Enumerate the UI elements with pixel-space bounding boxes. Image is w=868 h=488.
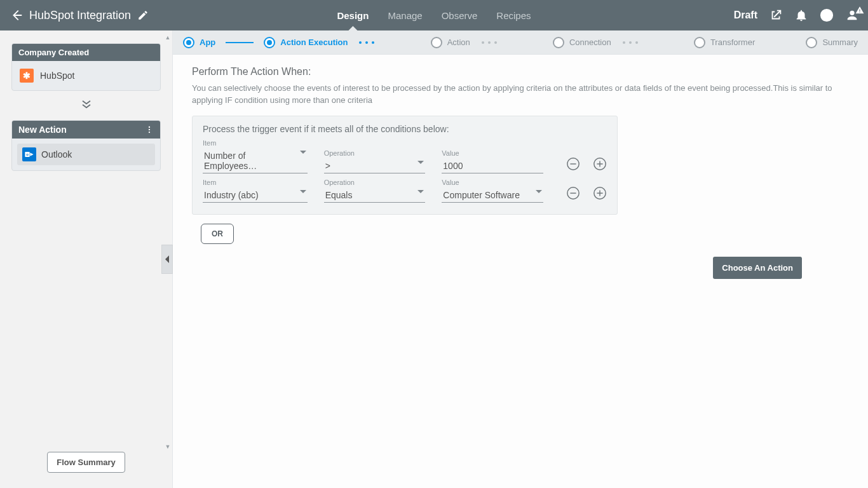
page-title: HubSpot Integration <box>29 9 131 22</box>
help-icon[interactable] <box>820 8 834 22</box>
sidebar-scroll-indicator: ▲▼ <box>165 34 171 450</box>
hubspot-icon: ✱ <box>20 69 34 83</box>
trigger-card-title: Company Created <box>12 44 160 61</box>
trigger-card[interactable]: Company Created ✱ HubSpot <box>11 43 161 91</box>
value-input[interactable]: 1000 <box>442 158 543 173</box>
step-action-label: Action <box>447 37 470 47</box>
tab-recipes[interactable]: Recipes <box>496 0 531 30</box>
tab-observe[interactable]: Observe <box>442 0 478 30</box>
outlook-icon: o <box>22 147 36 161</box>
item-select[interactable]: Industry (abc) <box>203 187 308 203</box>
trigger-app-row[interactable]: ✱ HubSpot <box>18 67 154 84</box>
step-summary[interactable]: Summary <box>806 37 858 48</box>
open-external-icon[interactable] <box>769 8 783 22</box>
svg-text:o: o <box>26 152 29 156</box>
step-action-execution-label: Action Execution <box>280 37 348 47</box>
value-label: Value <box>442 149 543 157</box>
step-transformer[interactable]: Transformer <box>694 37 755 48</box>
step-app[interactable]: App <box>183 37 215 48</box>
svg-point-1 <box>826 18 827 18</box>
back-arrow-icon[interactable] <box>9 8 24 23</box>
operation-select[interactable]: Equals <box>324 187 426 203</box>
svg-point-2 <box>149 126 150 128</box>
step-app-label: App <box>200 37 215 47</box>
main-panel: App Action Execution Action Connection T… <box>173 30 868 488</box>
condition-row: Item Number of Employees… Operation > Va… <box>203 139 607 173</box>
conditions-box: Process the trigger event if it meets al… <box>192 116 618 215</box>
top-tabs: Design Manage Observe Recipes <box>337 0 531 30</box>
trigger-app-name: HubSpot <box>40 71 74 81</box>
step-connection-label: Connection <box>569 37 611 47</box>
edit-icon[interactable] <box>137 10 149 21</box>
step-action-execution[interactable]: Action Execution <box>264 37 348 48</box>
remove-condition-icon[interactable] <box>566 186 580 200</box>
tab-design[interactable]: Design <box>337 0 369 30</box>
value-label: Value <box>442 179 543 186</box>
status-label: Draft <box>734 10 757 21</box>
warning-icon <box>855 6 864 15</box>
section-description: You can selectively choose the events of… <box>192 83 849 107</box>
operation-label: Operation <box>324 149 426 157</box>
svg-point-4 <box>149 132 150 133</box>
value-select[interactable]: Computer Software <box>442 187 543 203</box>
action-app-name: Outlook <box>41 149 72 159</box>
operation-label: Operation <box>324 179 426 186</box>
action-card-title: New Action <box>18 125 67 135</box>
item-label: Item <box>203 139 308 147</box>
flow-direction-icon <box>11 100 161 109</box>
action-card-menu-icon[interactable] <box>145 125 154 134</box>
top-bar: HubSpot Integration Design Manage Observ… <box>0 0 868 30</box>
item-select[interactable]: Number of Employees… <box>203 148 308 173</box>
add-condition-icon[interactable] <box>593 157 607 171</box>
user-menu[interactable] <box>845 8 859 22</box>
sidebar-collapse-button[interactable] <box>161 245 173 274</box>
step-bar: App Action Execution Action Connection T… <box>173 30 868 55</box>
add-condition-icon[interactable] <box>593 186 607 200</box>
operation-select[interactable]: > <box>324 158 426 173</box>
condition-row: Item Industry (abc) Operation Equals Val… <box>203 179 607 203</box>
flow-summary-button[interactable]: Flow Summary <box>47 452 125 473</box>
choose-action-button[interactable]: Choose An Action <box>713 257 802 279</box>
step-summary-label: Summary <box>822 37 858 47</box>
section-title: Perform The Action When: <box>192 66 849 78</box>
chevron-left-icon <box>164 255 170 263</box>
action-app-row[interactable]: o Outlook <box>17 144 155 165</box>
bell-icon[interactable] <box>794 8 808 22</box>
sidebar: ▲▼ Company Created ✱ HubSpot New Action <box>0 30 173 488</box>
action-card[interactable]: New Action o Outlook <box>11 120 161 171</box>
step-transformer-label: Transformer <box>710 37 755 47</box>
or-button[interactable]: OR <box>201 224 234 244</box>
conditions-title: Process the trigger event if it meets al… <box>203 124 607 134</box>
item-label: Item <box>203 179 308 186</box>
remove-condition-icon[interactable] <box>566 157 580 171</box>
step-action[interactable]: Action <box>431 37 470 48</box>
step-connection[interactable]: Connection <box>553 37 611 48</box>
tab-manage[interactable]: Manage <box>388 0 422 30</box>
svg-point-3 <box>149 129 150 130</box>
